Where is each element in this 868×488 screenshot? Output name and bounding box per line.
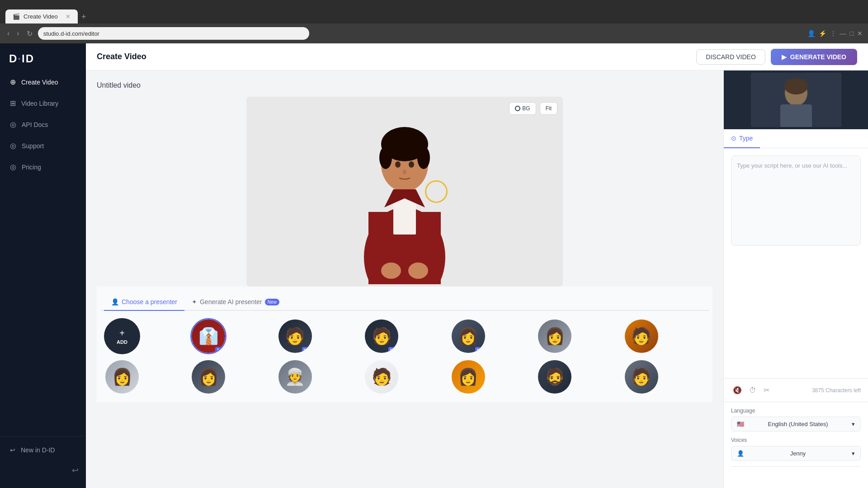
address-input[interactable]: studio.d-id.com/editor bbox=[38, 27, 309, 40]
voices-select[interactable]: 👤 Jenny ▾ bbox=[731, 446, 861, 461]
menu-icon[interactable]: ⋮ bbox=[830, 30, 836, 37]
video-thumbnail bbox=[724, 70, 868, 129]
language-select[interactable]: 🇺🇸 English (United States) ▾ bbox=[731, 417, 861, 432]
new-badge: New bbox=[265, 299, 279, 305]
generate-label: GENERATE VIDEO bbox=[790, 53, 846, 61]
active-tab[interactable]: 🎬 Create Video ✕ bbox=[5, 9, 78, 23]
avatar-8[interactable]: 👩 bbox=[190, 359, 226, 395]
forward-button[interactable]: › bbox=[15, 28, 21, 39]
close-icon[interactable]: ✕ bbox=[857, 30, 863, 37]
undo-button[interactable]: ↩ bbox=[68, 462, 82, 479]
extensions-icon[interactable]: ⚡ bbox=[819, 30, 826, 37]
sidebar-label-new-in-did: New in D-ID bbox=[21, 446, 55, 454]
minimize-icon[interactable]: — bbox=[840, 30, 846, 37]
mute-button[interactable]: 🔇 bbox=[731, 384, 744, 396]
cursor-indicator bbox=[425, 180, 448, 203]
text-panel[interactable]: Type your script here, or use our AI too… bbox=[724, 148, 868, 378]
panel-settings: Language 🇺🇸 English (United States) ▾ Vo… bbox=[724, 402, 868, 488]
avatar-7[interactable]: 👩 bbox=[104, 359, 140, 395]
profile-icon[interactable]: 👤 bbox=[807, 30, 815, 37]
voice-person-icon: 👤 bbox=[737, 450, 744, 457]
sidebar-item-support[interactable]: ◎ Support bbox=[4, 136, 82, 155]
person-icon: 👤 bbox=[111, 298, 119, 305]
timer-button[interactable]: ⏱ bbox=[747, 385, 758, 396]
svg-point-7 bbox=[417, 146, 430, 169]
scissors-button[interactable]: ✂ bbox=[762, 384, 771, 396]
discard-video-button[interactable]: DISCARD VIDEO bbox=[696, 49, 765, 65]
svg-point-6 bbox=[379, 146, 392, 169]
bg-button[interactable]: BG bbox=[509, 102, 536, 115]
sidebar-item-video-library[interactable]: ⊞ Video Library bbox=[4, 94, 82, 113]
browser-tabs: 🎬 Create Video ✕ + bbox=[5, 0, 90, 23]
avatar-11[interactable]: 👩 bbox=[450, 359, 486, 395]
avatar-13-image: 🧑 bbox=[625, 360, 658, 394]
tab-favicon: 🎬 bbox=[13, 13, 20, 20]
avatar-10[interactable]: 🧑 bbox=[363, 359, 400, 395]
script-textarea[interactable]: Type your script here, or use our AI too… bbox=[731, 155, 861, 246]
sidebar: D·ID ⊕ Create Video ⊞ Video Library ◎ AP… bbox=[0, 43, 86, 488]
video-title-input[interactable] bbox=[97, 81, 712, 89]
avatar-3[interactable]: 🧑 HQ bbox=[363, 318, 400, 354]
avatar-1[interactable]: 👔 HQ bbox=[190, 318, 226, 354]
panel-controls: 🔇 ⏱ ✂ 3875 Characters left bbox=[724, 378, 868, 402]
styles-label: Styles bbox=[731, 471, 751, 479]
avatar-4[interactable]: 👩 HQ bbox=[450, 318, 486, 354]
char-count: 3875 Characters left bbox=[812, 387, 861, 394]
svg-point-11 bbox=[381, 263, 401, 279]
bg-circle-icon bbox=[515, 106, 520, 111]
hq-badge-4: HQ bbox=[475, 347, 484, 352]
tab-close-icon[interactable]: ✕ bbox=[66, 13, 71, 20]
address-bar-row: ‹ › ↻ studio.d-id.com/editor 👤 ⚡ ⋮ — □ ✕ bbox=[0, 23, 868, 43]
video-thumb-inner bbox=[751, 73, 841, 127]
avatar-12[interactable]: 🧔 bbox=[537, 359, 573, 395]
avatar-6[interactable]: 🧑 bbox=[623, 318, 660, 354]
new-tab-button[interactable]: + bbox=[78, 10, 90, 23]
generate-video-button[interactable]: ▶ GENERATE VIDEO bbox=[771, 49, 857, 65]
avatar-2[interactable]: 🧑 HQ bbox=[277, 318, 313, 354]
avatar-9[interactable]: 👳 bbox=[277, 359, 313, 395]
styles-setting[interactable]: Styles ▾ bbox=[731, 466, 861, 483]
avatar-5[interactable]: 👩 bbox=[537, 318, 573, 354]
fit-button[interactable]: Fit bbox=[540, 102, 557, 115]
add-icon: + bbox=[119, 328, 125, 338]
avatar-6-image: 🧑 bbox=[625, 319, 658, 353]
sidebar-item-api-docs[interactable]: ◎ API Docs bbox=[4, 115, 82, 134]
header-actions: DISCARD VIDEO ▶ GENERATE VIDEO bbox=[696, 49, 857, 65]
new-in-did-icon: ↩ bbox=[10, 446, 15, 454]
canvas-bg[interactable]: BG Fit bbox=[246, 97, 563, 286]
sidebar-label-api-docs: API Docs bbox=[22, 121, 48, 128]
maximize-icon[interactable]: □ bbox=[850, 30, 854, 37]
video-overlay bbox=[724, 70, 868, 129]
avatar-5-image: 👩 bbox=[538, 319, 571, 353]
address-text: studio.d-id.com/editor bbox=[43, 30, 99, 37]
svg-point-12 bbox=[408, 263, 428, 279]
avatar-9-image: 👳 bbox=[278, 360, 312, 394]
chevron-down-icon: ▾ bbox=[852, 421, 855, 427]
video-library-icon: ⊞ bbox=[10, 99, 16, 108]
avatar-10-image: 🧑 bbox=[365, 360, 398, 394]
avatar-7-image: 👩 bbox=[105, 360, 139, 394]
svg-rect-16 bbox=[780, 104, 812, 127]
tab-type[interactable]: ⊙ Type bbox=[724, 129, 760, 148]
sidebar-item-create-video[interactable]: ⊕ Create Video bbox=[4, 72, 82, 92]
browser-bar: 🎬 Create Video ✕ + bbox=[0, 0, 868, 23]
voices-label: Voices bbox=[731, 437, 861, 443]
sidebar-item-new-in-did[interactable]: ↩ New in D-ID bbox=[4, 442, 82, 458]
sidebar-bottom: ↩ New in D-ID ↩ bbox=[0, 436, 86, 488]
pricing-icon: ◎ bbox=[10, 163, 16, 171]
main-content: Create Video DISCARD VIDEO ▶ GENERATE VI… bbox=[86, 43, 868, 488]
svg-point-9 bbox=[409, 161, 414, 168]
tab-generate-presenter[interactable]: ✦ Generate AI presenter New bbox=[184, 294, 287, 311]
refresh-button[interactable]: ↻ bbox=[25, 28, 34, 40]
add-presenter-button[interactable]: + ADD bbox=[104, 318, 140, 354]
avatar-13[interactable]: 🧑 bbox=[623, 359, 660, 395]
canvas-wrapper: BG Fit bbox=[246, 97, 563, 286]
avatar-8-image: 👩 bbox=[192, 360, 225, 394]
language-flag: 🇺🇸 bbox=[737, 421, 744, 427]
sidebar-logo: D·ID bbox=[0, 43, 86, 72]
back-button[interactable]: ‹ bbox=[5, 28, 11, 39]
top-header: Create Video DISCARD VIDEO ▶ GENERATE VI… bbox=[86, 43, 868, 70]
sidebar-item-pricing[interactable]: ◎ Pricing bbox=[4, 157, 82, 177]
canvas-section: BG Fit 👤 Choose a presenter bbox=[86, 70, 723, 488]
tab-choose-presenter[interactable]: 👤 Choose a presenter bbox=[104, 294, 184, 311]
